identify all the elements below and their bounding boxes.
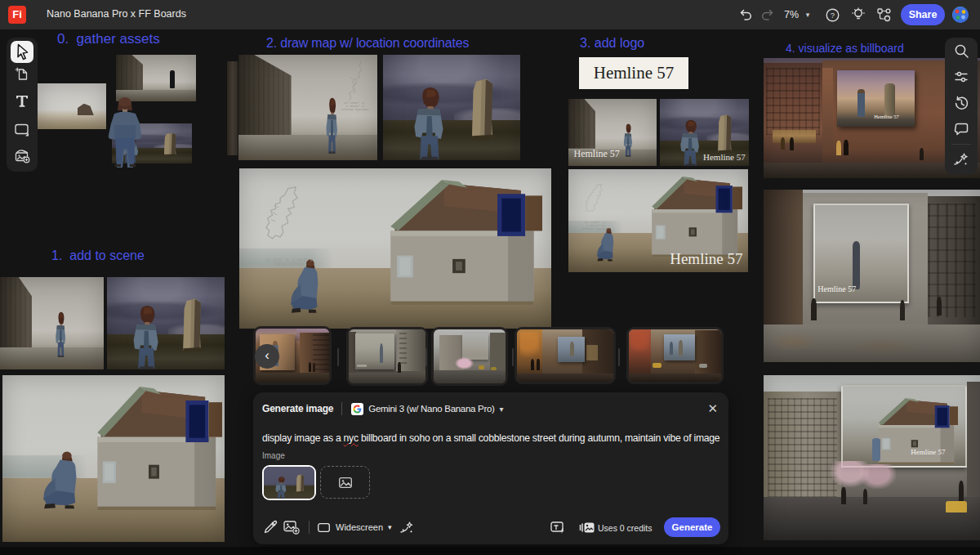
- svg-text:?: ?: [830, 11, 834, 20]
